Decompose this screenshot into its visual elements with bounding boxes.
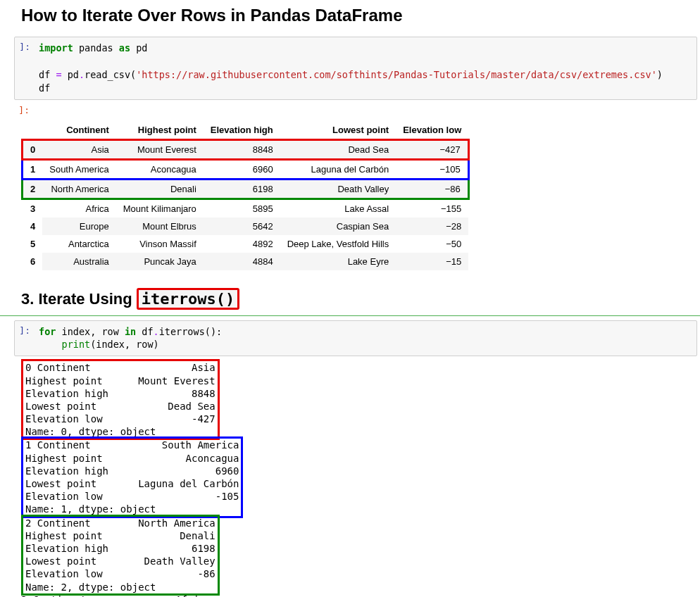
input-prompt: ]: [15, 37, 33, 99]
output-prompt: ]: [14, 101, 32, 115]
cell: −15 [396, 253, 468, 270]
section-prefix: 3. Iterate Using [21, 290, 137, 308]
operator: = [56, 69, 67, 80]
keyword-as: as [119, 42, 130, 54]
code-text: iterrows(): [159, 326, 222, 337]
cell: Australia [42, 253, 116, 270]
cell: 6960 [204, 159, 280, 179]
cell: −86 [396, 179, 468, 199]
table-row: 3AfricaMount Kilimanjaro5895Lake Assal−1… [23, 199, 469, 218]
cell: Mount Kilimanjaro [116, 199, 204, 218]
cell: Death Valley [280, 179, 396, 199]
cell: Mount Everest [116, 139, 204, 159]
dataframe-table: ContinentHighest pointElevation highLowe… [21, 121, 470, 270]
table-row: 4EuropeMount Elbrus5642Caspian Sea−28 [23, 218, 469, 235]
code-indent [39, 339, 62, 350]
keyword-in: in [125, 326, 136, 337]
builtin-print: print [62, 339, 91, 350]
code-text: pd [68, 69, 79, 80]
code-text: pd [130, 42, 147, 54]
cell: 4884 [204, 253, 280, 270]
cell: −28 [396, 218, 468, 235]
code-editor[interactable]: for index, row in df.iterrows(): print(i… [33, 321, 696, 356]
cell: Lake Eyre [280, 253, 396, 270]
column-header: Elevation high [204, 121, 280, 140]
row-index: 2 [23, 179, 43, 199]
table-row: 2North AmericaDenali6198Death Valley−86 [23, 179, 469, 199]
output-block: 3 Continent Africa Highest point Mount K… [21, 593, 700, 597]
cell: Puncak Jaya [116, 253, 204, 270]
cell: South America [42, 159, 116, 179]
code-editor[interactable]: import pandas as pd df = pd.read_csv('ht… [33, 37, 696, 99]
code-text: pandas [73, 42, 119, 54]
code-text: df [136, 326, 153, 337]
table-row: 5AntarcticaVinson Massif4892Deep Lake, V… [23, 235, 469, 253]
cell: Lake Assal [280, 199, 396, 218]
code-text: df [39, 69, 56, 80]
string-literal: 'https://raw.githubusercontent.com/softh… [136, 69, 657, 80]
column-header: Continent [42, 121, 116, 140]
row-index: 5 [23, 235, 43, 253]
cell: Denali [116, 179, 204, 199]
cell: 6198 [204, 179, 280, 199]
keyword-for: for [39, 326, 56, 337]
table-row: 0AsiaMount Everest8848Dead Sea−427 [23, 139, 469, 159]
dataframe-output: ContinentHighest pointElevation highLowe… [21, 121, 700, 270]
keyword-import: import [39, 42, 73, 54]
cell: 4892 [204, 235, 280, 253]
section-heading-3: 3. Iterate Using iterrows() [21, 290, 700, 308]
output-cell-1: ]: [14, 100, 697, 115]
code-text: df [39, 82, 50, 94]
column-header: Highest point [116, 121, 204, 140]
cell: −105 [396, 159, 468, 179]
code-text: index, row [56, 326, 125, 337]
cell: 5642 [204, 218, 280, 235]
code-text: (index, row) [90, 339, 159, 350]
code-text: ) [657, 69, 663, 80]
row-index: 0 [23, 139, 43, 159]
column-header [23, 121, 43, 140]
row-index: 3 [23, 199, 43, 218]
row-index: 4 [23, 218, 43, 235]
cell: −50 [396, 235, 468, 253]
table-header-row: ContinentHighest pointElevation highLowe… [23, 121, 469, 140]
page-title: How to Iterate Over Rows in Pandas DataF… [21, 6, 700, 25]
cell: Laguna del Carbón [280, 159, 396, 179]
cell: Caspian Sea [280, 218, 396, 235]
cell: Mount Elbrus [116, 218, 204, 235]
output-block-boxed: 2 Continent North America Highest point … [21, 515, 220, 596]
cell: North America [42, 179, 116, 199]
operator: . [79, 69, 85, 80]
output-block-boxed: 1 Continent South America Highest point … [21, 436, 243, 517]
code-cell-1[interactable]: ]: import pandas as pd df = pd.read_csv(… [14, 37, 697, 100]
code-text: read_csv( [85, 69, 136, 80]
cell: Dead Sea [280, 139, 396, 159]
table-row: 6AustraliaPuncak Jaya4884Lake Eyre−15 [23, 253, 469, 270]
cell: Deep Lake, Vestfold Hills [280, 235, 396, 253]
row-index: 6 [23, 253, 43, 270]
section-divider [0, 315, 700, 316]
output-block-boxed: 0 Continent Asia Highest point Mount Eve… [21, 359, 220, 440]
cell: −427 [396, 139, 468, 159]
code-cell-2[interactable]: ]: for index, row in df.iterrows(): prin… [14, 320, 697, 357]
cell: Antarctica [42, 235, 116, 253]
cell: Africa [42, 199, 116, 218]
cell: Aconcagua [116, 159, 204, 179]
table-row: 1South AmericaAconcagua6960Laguna del Ca… [23, 159, 469, 179]
row-index: 1 [23, 159, 43, 179]
cell: Europe [42, 218, 116, 235]
cell: Vinson Massif [116, 235, 204, 253]
section-code-iterrows: iterrows() [137, 288, 239, 310]
cell: 5895 [204, 199, 280, 218]
column-header: Elevation low [396, 121, 468, 140]
stdout-output: 0 Continent Asia Highest point Mount Eve… [21, 360, 700, 597]
operator: . [154, 326, 159, 337]
cell: −155 [396, 199, 468, 218]
cell: Asia [42, 139, 116, 159]
input-prompt: ]: [15, 321, 33, 356]
cell: 8848 [204, 139, 280, 159]
column-header: Lowest point [280, 121, 396, 140]
